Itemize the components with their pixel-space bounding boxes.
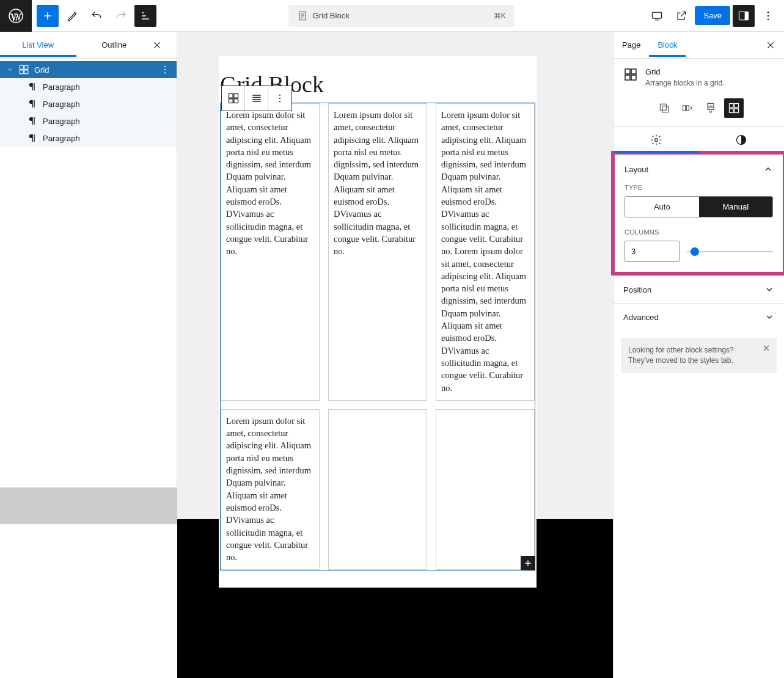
settings-sidebar-toggle[interactable] bbox=[733, 5, 755, 27]
svg-rect-23 bbox=[631, 69, 636, 74]
grid-cell[interactable]: Lorem ipsum dolor sit amet, consectetur … bbox=[436, 103, 535, 401]
grid-cell-empty[interactable] bbox=[436, 409, 535, 570]
chevron-down-icon bbox=[764, 285, 774, 294]
view-button[interactable] bbox=[646, 5, 668, 27]
chevron-down-icon bbox=[6, 66, 13, 73]
svg-rect-9 bbox=[24, 65, 28, 69]
undo-button[interactable] bbox=[86, 5, 108, 27]
dismiss-notice-button[interactable] bbox=[762, 344, 771, 352]
svg-rect-24 bbox=[625, 75, 630, 80]
svg-rect-26 bbox=[660, 104, 666, 110]
type-auto-button[interactable]: Auto bbox=[625, 197, 699, 217]
layout-type-toggle: Auto Manual bbox=[625, 196, 773, 217]
type-manual-button[interactable]: Manual bbox=[699, 197, 773, 217]
panel-resize-area bbox=[0, 487, 177, 524]
tree-item-paragraph[interactable]: Paragraph bbox=[0, 95, 177, 112]
variation-row[interactable] bbox=[678, 98, 697, 118]
paragraph-icon bbox=[27, 98, 38, 109]
tree-item-label: Paragraph bbox=[43, 117, 80, 126]
document-overview-panel: List View Outline Grid Paragraph Paragra… bbox=[0, 32, 177, 519]
tools-button[interactable] bbox=[61, 5, 83, 27]
chevron-down-icon bbox=[764, 312, 774, 322]
block-name: Grid bbox=[645, 67, 724, 76]
styles-icon bbox=[735, 134, 747, 146]
tab-list-view[interactable]: List View bbox=[0, 33, 76, 57]
tree-item-grid[interactable]: Grid bbox=[0, 61, 177, 78]
svg-point-36 bbox=[654, 139, 658, 142]
svg-rect-17 bbox=[229, 99, 233, 103]
command-shortcut: ⌘K bbox=[494, 12, 506, 20]
variation-group[interactable] bbox=[654, 98, 674, 118]
block-description: Arrange blocks in a grid. bbox=[645, 79, 724, 87]
tab-page[interactable]: Page bbox=[614, 33, 649, 57]
grid-cell[interactable]: Lorem ipsum dolor sit amet, consectetur … bbox=[221, 409, 320, 570]
svg-rect-32 bbox=[729, 104, 733, 108]
add-block-button[interactable] bbox=[37, 5, 59, 27]
grid-block[interactable]: Lorem ipsum dolor sit amet, consectetur … bbox=[220, 103, 535, 570]
svg-rect-22 bbox=[625, 69, 630, 74]
svg-rect-28 bbox=[683, 106, 685, 111]
variation-stack[interactable] bbox=[701, 98, 720, 118]
svg-rect-4 bbox=[745, 12, 749, 20]
page-sheet[interactable]: Grid Block Lorem ipsum dolor sit amet, c… bbox=[219, 56, 537, 588]
tree-item-options[interactable] bbox=[159, 64, 170, 75]
tree-item-label: Paragraph bbox=[43, 134, 80, 143]
svg-rect-29 bbox=[686, 106, 689, 111]
svg-point-20 bbox=[279, 98, 280, 99]
svg-rect-2 bbox=[653, 12, 662, 18]
svg-rect-31 bbox=[708, 107, 714, 109]
svg-rect-18 bbox=[233, 99, 238, 103]
close-overview-button[interactable] bbox=[152, 40, 177, 50]
editor-top-bar: Grid Block ⌘K Save bbox=[0, 0, 784, 32]
position-section-toggle[interactable]: Position bbox=[614, 275, 784, 303]
grid-cell[interactable]: Lorem ipsum dolor sit amet, consectetur … bbox=[221, 103, 320, 401]
variation-grid[interactable] bbox=[724, 98, 744, 118]
svg-rect-11 bbox=[24, 70, 28, 74]
svg-point-7 bbox=[768, 18, 769, 20]
tree-item-paragraph[interactable]: Paragraph bbox=[0, 129, 177, 147]
type-label: TYPE bbox=[615, 181, 783, 196]
svg-point-12 bbox=[164, 66, 166, 67]
close-sidebar-button[interactable] bbox=[757, 40, 784, 50]
paragraph-icon bbox=[27, 133, 38, 144]
grid-cell-empty[interactable] bbox=[328, 409, 427, 570]
columns-slider[interactable] bbox=[687, 246, 773, 257]
svg-rect-34 bbox=[729, 109, 733, 113]
tab-block[interactable]: Block bbox=[649, 33, 686, 57]
advanced-section-toggle[interactable]: Advanced bbox=[614, 303, 784, 330]
document-title: Grid Block bbox=[313, 11, 350, 20]
block-options-button[interactable] bbox=[268, 86, 291, 111]
tab-styles[interactable] bbox=[699, 127, 785, 153]
svg-point-6 bbox=[768, 15, 769, 16]
svg-rect-10 bbox=[20, 70, 23, 74]
document-overview-button[interactable] bbox=[134, 5, 156, 27]
svg-rect-35 bbox=[734, 109, 738, 113]
grid-cell[interactable]: Lorem ipsum dolor sit amet, consectetur … bbox=[328, 103, 427, 401]
columns-input[interactable] bbox=[625, 241, 680, 262]
layout-section-toggle[interactable]: Layout bbox=[615, 157, 783, 181]
svg-rect-8 bbox=[20, 65, 23, 69]
svg-point-5 bbox=[768, 11, 769, 13]
block-type-button[interactable] bbox=[222, 86, 245, 111]
tree-item-paragraph[interactable]: Paragraph bbox=[0, 112, 177, 129]
preview-external-button[interactable] bbox=[670, 5, 692, 27]
options-button[interactable] bbox=[757, 5, 779, 27]
svg-point-21 bbox=[279, 101, 280, 102]
paragraph-icon bbox=[27, 115, 38, 126]
tab-settings[interactable] bbox=[614, 127, 699, 153]
justify-button[interactable] bbox=[245, 86, 268, 111]
svg-point-14 bbox=[164, 72, 166, 73]
add-block-appender[interactable] bbox=[521, 556, 535, 570]
document-title-bar[interactable]: Grid Block ⌘K bbox=[288, 5, 515, 27]
svg-rect-16 bbox=[233, 94, 238, 98]
tree-item-label: Grid bbox=[34, 65, 49, 75]
redo-button[interactable] bbox=[110, 5, 132, 27]
save-button[interactable]: Save bbox=[695, 6, 730, 25]
block-toolbar bbox=[221, 86, 292, 111]
tree-item-paragraph[interactable]: Paragraph bbox=[0, 78, 177, 95]
tab-outline[interactable]: Outline bbox=[76, 33, 153, 57]
svg-rect-30 bbox=[708, 104, 714, 106]
svg-point-13 bbox=[164, 69, 166, 70]
tree-item-label: Paragraph bbox=[43, 100, 80, 109]
wordpress-logo[interactable] bbox=[0, 0, 32, 32]
